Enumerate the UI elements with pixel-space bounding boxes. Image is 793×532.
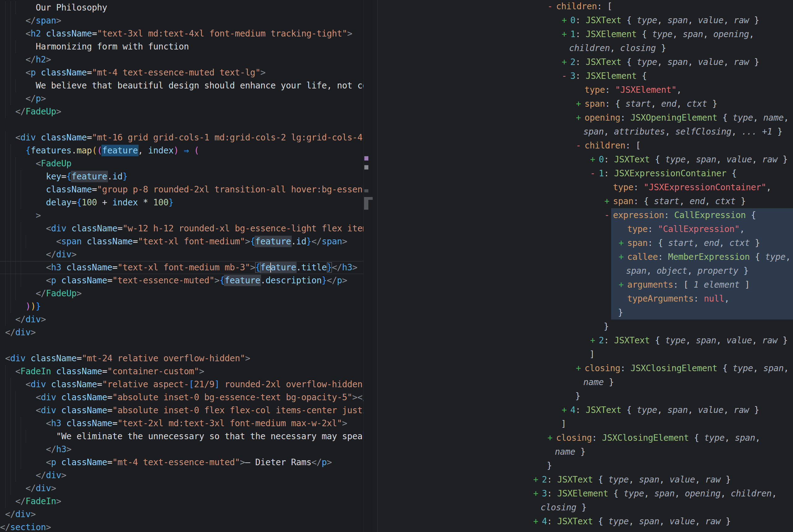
code-line[interactable]: > bbox=[0, 209, 363, 222]
ast-row[interactable]: span, attributes, selfClosing, ... +1 } bbox=[378, 125, 793, 138]
code-line[interactable]: <div className="absolute inset-0 bg-esse… bbox=[0, 391, 363, 404]
ast-row[interactable]: +opening: JSXOpeningElement { type, name… bbox=[378, 111, 793, 125]
ast-row[interactable]: +4: JSXText { type, span, value, raw } bbox=[378, 403, 793, 417]
code-line[interactable]: </div> bbox=[0, 248, 363, 261]
ast-row[interactable]: -children: [ bbox=[378, 138, 793, 152]
expand-toggle-icon[interactable]: + bbox=[533, 473, 542, 487]
ast-row[interactable]: ] bbox=[378, 417, 793, 431]
scrollbar-thumb[interactable] bbox=[364, 197, 373, 200]
code-line[interactable]: <h3 className="text-xl font-medium mb-3"… bbox=[0, 261, 363, 274]
code-line[interactable]: "We eliminate the unnecessary so that th… bbox=[0, 430, 363, 443]
code-line[interactable]: <p className="mt-4 text-essence-muted">—… bbox=[0, 456, 363, 469]
ast-row[interactable]: -children: [ bbox=[378, 0, 793, 13]
code-line[interactable]: <p className="mt-4 text-essence-muted te… bbox=[0, 66, 363, 79]
ast-row[interactable]: } bbox=[378, 389, 793, 403]
expand-toggle-icon[interactable]: + bbox=[576, 97, 584, 111]
code-line[interactable]: </div> bbox=[0, 469, 363, 482]
code-line[interactable]: </div> bbox=[0, 313, 363, 326]
expand-toggle-icon[interactable]: + bbox=[604, 194, 613, 208]
ast-row[interactable]: +2: JSXText { type, span, value, raw } bbox=[378, 334, 793, 347]
expand-toggle-icon[interactable]: + bbox=[590, 334, 599, 347]
ast-row[interactable]: name } bbox=[378, 375, 793, 389]
expand-toggle-icon[interactable]: + bbox=[576, 111, 584, 125]
collapse-toggle-icon[interactable]: - bbox=[590, 166, 599, 180]
code-line[interactable]: </FadeIn> bbox=[0, 495, 363, 508]
code-line[interactable]: <div className="w-12 h-12 rounded-xl bg-… bbox=[0, 222, 363, 235]
ast-row[interactable]: -3: JSXElement { bbox=[378, 69, 793, 83]
expand-toggle-icon[interactable]: + bbox=[619, 278, 627, 292]
code-line[interactable]: ))} bbox=[0, 300, 363, 313]
ast-row[interactable]: type: "JSXExpressionContainer", bbox=[378, 180, 793, 194]
ast-row[interactable]: +span: { start, end, ctxt } bbox=[378, 236, 793, 250]
ast-row[interactable]: } bbox=[378, 320, 793, 334]
code-line[interactable]: </h2> bbox=[0, 53, 363, 66]
code-line[interactable]: <div className="mt-16 grid grid-cols-1 m… bbox=[0, 131, 363, 144]
ast-row[interactable]: type: "JSXElement", bbox=[378, 83, 793, 97]
expand-toggle-icon[interactable]: + bbox=[533, 514, 542, 528]
ast-row[interactable]: +callee: MemberExpression { type, bbox=[378, 250, 793, 264]
code-line[interactable]: </FadeUp> bbox=[0, 105, 363, 118]
ast-row[interactable]: typeArguments: null, bbox=[378, 292, 793, 306]
expand-toggle-icon[interactable]: + bbox=[562, 403, 570, 417]
expand-toggle-icon[interactable]: + bbox=[619, 250, 627, 264]
code-line[interactable]: <span className="text-xl font-medium">{f… bbox=[0, 235, 363, 248]
expand-toggle-icon[interactable]: + bbox=[619, 236, 627, 250]
ast-row[interactable]: children, closing } bbox=[378, 41, 793, 55]
code-line[interactable] bbox=[0, 339, 363, 352]
scrollbar-thumb[interactable] bbox=[364, 200, 368, 210]
ast-row[interactable]: +0: JSXText { type, span, value, raw } bbox=[378, 152, 793, 166]
code-line[interactable]: <FadeUp bbox=[0, 157, 363, 170]
code-line[interactable]: We believe that beautiful design should … bbox=[0, 79, 363, 92]
ast-row[interactable]: +closing: JSXClosingElement { type, span… bbox=[378, 361, 793, 375]
ast-row[interactable]: type: "CallExpression", bbox=[378, 222, 793, 236]
ast-row[interactable]: span, object, property } bbox=[378, 264, 793, 278]
code-line[interactable]: <p className="text-essence-muted">{featu… bbox=[0, 274, 363, 287]
ast-row[interactable]: +4: JSXText { type, span, value, raw } bbox=[378, 514, 793, 528]
ast-row[interactable]: +0: JSXText { type, span, value, raw } bbox=[378, 13, 793, 27]
expand-toggle-icon[interactable]: + bbox=[547, 431, 556, 445]
ast-row[interactable]: } bbox=[378, 306, 793, 320]
collapse-toggle-icon[interactable]: - bbox=[576, 138, 584, 152]
collapse-toggle-icon[interactable]: - bbox=[547, 0, 556, 13]
ast-row[interactable]: +1: JSXElement { type, span, opening, bbox=[378, 27, 793, 41]
ast-row[interactable]: ] bbox=[378, 347, 793, 361]
ast-row[interactable]: +closing: JSXClosingElement { type, span… bbox=[378, 431, 793, 445]
code-line[interactable]: delay={100 + index * 100} bbox=[0, 196, 363, 209]
code-line[interactable]: </FadeUp> bbox=[0, 287, 363, 300]
ast-row[interactable]: +arguments: [ 1 element ] bbox=[378, 278, 793, 292]
code-editor-content[interactable]: Our Philosophy</span><h2 className="text… bbox=[0, 1, 363, 532]
ast-row[interactable]: -1: JSXExpressionContainer { bbox=[378, 166, 793, 180]
ast-row[interactable]: +2: JSXText { type, span, value, raw } bbox=[378, 55, 793, 69]
code-line[interactable]: key={feature.id} bbox=[0, 170, 363, 183]
ast-row[interactable]: +2: JSXText { type, span, value, raw } bbox=[378, 473, 793, 487]
code-line[interactable] bbox=[0, 118, 363, 131]
ast-tree-panel[interactable]: -children: [+0: JSXText { type, span, va… bbox=[377, 0, 793, 532]
expand-toggle-icon[interactable]: + bbox=[562, 13, 570, 27]
code-line[interactable]: <FadeIn className="container-custom"> bbox=[0, 365, 363, 378]
code-line[interactable]: Harmonizing form with function bbox=[0, 40, 363, 53]
editor-overview-ruler[interactable] bbox=[363, 0, 373, 532]
code-line[interactable]: </div> bbox=[0, 326, 363, 339]
code-line[interactable]: </span> bbox=[0, 14, 363, 27]
code-line[interactable]: <div className="absolute inset-0 flex fl… bbox=[0, 404, 363, 417]
ast-row[interactable]: +span: { start, end, ctxt } bbox=[378, 194, 793, 208]
code-line[interactable]: {features.map((feature, index) ⇒ ( bbox=[0, 144, 363, 157]
expand-toggle-icon[interactable]: + bbox=[576, 361, 584, 375]
code-line[interactable]: </h3> bbox=[0, 443, 363, 456]
ast-row[interactable]: closing } bbox=[378, 500, 793, 514]
code-line[interactable]: </section> bbox=[0, 521, 363, 532]
code-line[interactable]: </div> bbox=[0, 508, 363, 521]
code-line[interactable]: </div> bbox=[0, 482, 363, 495]
ast-row[interactable]: name } bbox=[378, 445, 793, 459]
expand-toggle-icon[interactable]: + bbox=[533, 487, 542, 500]
ast-row[interactable]: } bbox=[378, 459, 793, 473]
collapse-toggle-icon[interactable]: - bbox=[562, 69, 570, 83]
code-editor-panel[interactable]: Our Philosophy</span><h2 className="text… bbox=[0, 0, 373, 532]
code-line[interactable]: className="group p-8 rounded-2xl transit… bbox=[0, 183, 363, 196]
expand-toggle-icon[interactable]: + bbox=[562, 55, 570, 69]
ast-row[interactable]: -expression: CallExpression { bbox=[378, 208, 793, 222]
collapse-toggle-icon[interactable]: - bbox=[604, 208, 613, 222]
code-line[interactable]: </p> bbox=[0, 92, 363, 105]
expand-toggle-icon[interactable]: + bbox=[562, 27, 570, 41]
code-line[interactable]: Our Philosophy bbox=[0, 1, 363, 14]
